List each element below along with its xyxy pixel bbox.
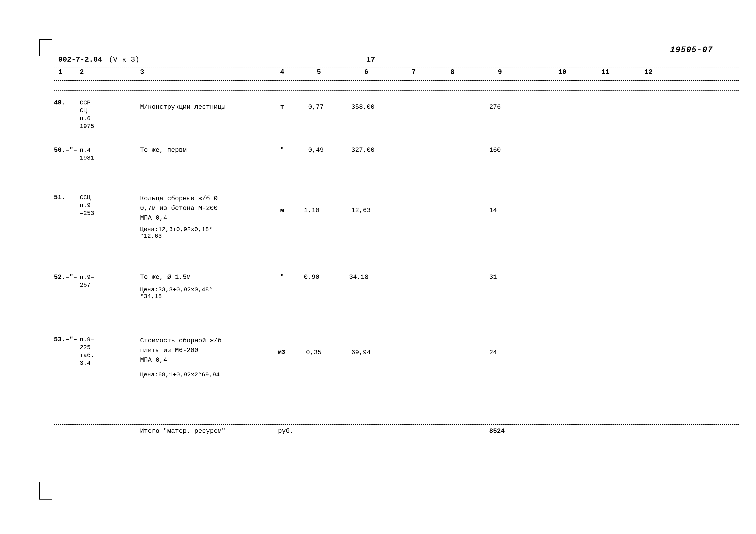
row-53-qty: 0,35 xyxy=(306,349,322,356)
row-53-price: 69,94 xyxy=(351,349,371,356)
row-49-desc: М/конструкции лестницы xyxy=(140,103,226,111)
col-header-9: 9 xyxy=(498,68,502,76)
row-51-unit: м xyxy=(280,207,284,214)
col-header-2: 2 xyxy=(80,68,84,76)
row-51-qty: 1,10 xyxy=(304,207,319,214)
col-header-10: 10 xyxy=(558,68,566,76)
itogo-unit: руб. xyxy=(278,427,293,435)
row-50-code: п.41981 xyxy=(80,146,94,162)
row-53-col9: 24 xyxy=(489,349,497,356)
document-number: 19505-07 xyxy=(670,45,713,55)
row-49-unit: т xyxy=(280,103,284,111)
row-53-unit: м3 xyxy=(278,349,285,355)
row-51-desc: Кольца сборные ж/б Ø0,7м из бетона М-200… xyxy=(140,194,218,223)
row-52-col9: 31 xyxy=(489,273,497,281)
row-49-col9: 276 xyxy=(489,103,501,111)
row-50-price: 327,00 xyxy=(351,146,375,154)
row-51-price-note: Цена:12,3+0,92х0,18°°12,63 xyxy=(140,226,212,240)
row-53-desc: Стоимость сборной ж/бплиты из М6-200МПА–… xyxy=(140,336,222,365)
footer-dashed-line xyxy=(54,424,739,425)
row-53-num: 53.–"– xyxy=(54,336,77,343)
row-49-price: 358,00 xyxy=(351,103,375,111)
col-header-3: 3 xyxy=(140,68,144,76)
col-header-11: 11 xyxy=(601,68,609,76)
row-51-col9: 14 xyxy=(489,207,497,214)
row-50-num: 50.–"– xyxy=(54,146,77,154)
column-headers: 1 2 3 4 5 6 7 8 9 10 11 12 xyxy=(54,68,739,79)
corner-bracket-top-left xyxy=(39,39,52,56)
row-52-price: 34,18 xyxy=(349,273,368,281)
col-header-5: 5 xyxy=(317,68,321,76)
row-52-qty: 0,90 xyxy=(304,273,319,281)
row-49-code: ССРСЦп.61975 xyxy=(80,99,94,131)
row-49-num: 49. xyxy=(54,99,66,106)
page-number: 17 xyxy=(366,56,375,64)
corner-bracket-bottom-left xyxy=(39,482,52,499)
col-header-4: 4 xyxy=(280,68,284,76)
col-header-7: 7 xyxy=(412,68,416,76)
row-52-price-note: Цена:33,3+0,92х0,48°°34,18 xyxy=(140,286,212,300)
row-50-qty: 0,49 xyxy=(308,146,324,154)
col-header-1: 1 xyxy=(58,68,62,76)
itogo-label: Итого "матер. ресурсм" xyxy=(140,427,226,435)
header-dashed-line-3 xyxy=(54,90,739,91)
header-dashed-line-2 xyxy=(54,80,739,81)
col-header-12: 12 xyxy=(644,68,653,76)
row-52-desc: То же, Ø 1,5м xyxy=(140,273,191,281)
row-51-code: ССЦп.9–253 xyxy=(80,194,94,217)
row-50-desc: То же, первм xyxy=(140,146,187,154)
row-52-num: 52.–"– xyxy=(54,273,77,281)
header-dashed-line-1 xyxy=(54,67,739,67)
col-header-6: 6 xyxy=(364,68,368,76)
row-52-unit: " xyxy=(280,273,284,281)
col-header-8: 8 xyxy=(450,68,454,76)
itogo-total: 8524 xyxy=(489,427,505,435)
row-50-col9: 160 xyxy=(489,146,501,154)
form-id: 902-7-2.84 (V к 3) xyxy=(58,56,139,64)
row-53-code: п.9–225таб.3.4 xyxy=(80,336,94,367)
row-53-price-note: Цена:68,1+0,92х2°69,94 xyxy=(140,371,220,378)
row-52-code: п.9–257 xyxy=(80,273,94,289)
page: 19505-07 902-7-2.84 (V к 3) 17 1 2 3 4 5… xyxy=(0,0,756,534)
row-51-num: 51. xyxy=(54,194,66,201)
row-49-qty: 0,77 xyxy=(308,103,324,111)
row-50-unit: " xyxy=(280,146,284,154)
row-51-price: 12,63 xyxy=(351,207,371,214)
